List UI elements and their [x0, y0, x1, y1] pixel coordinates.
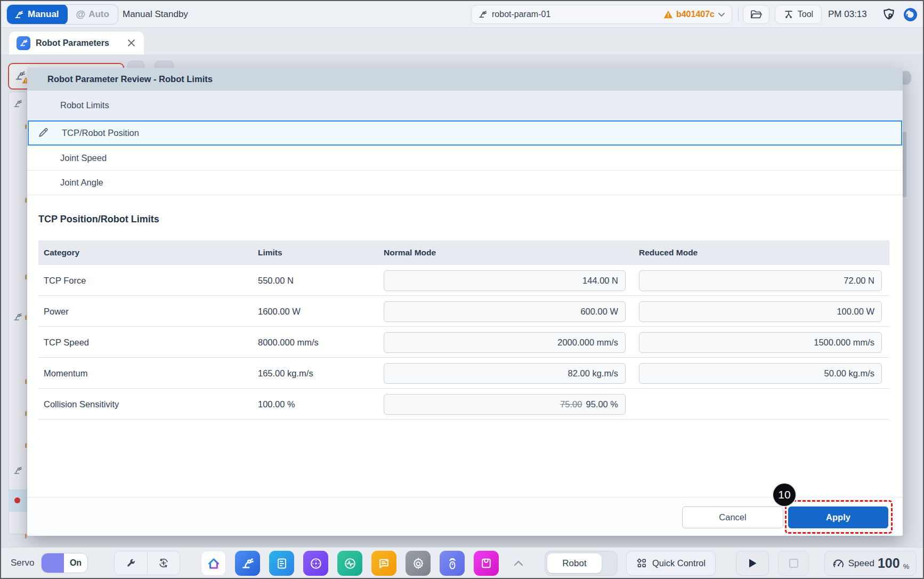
normal-mode-input[interactable]: 2000.000 mm/s	[384, 332, 626, 353]
previous-value: 75.00	[560, 399, 582, 409]
dialog-title: Robot Parameter Review - Robot Limits	[47, 74, 213, 84]
chat-log-icon	[377, 557, 391, 570]
table-row: Power 1600.00 W 600.00 W 100.00 W	[38, 296, 889, 327]
nav-item-label: Robot Limits	[60, 100, 109, 110]
row-limit: 8000.000 mm/s	[258, 327, 319, 358]
limits-table: Category Limits Normal Mode Reduced Mode…	[38, 240, 889, 420]
nav-item-tcp-robot-position[interactable]: TCP/Robot Position	[28, 120, 902, 146]
warning-icon	[663, 10, 673, 19]
top-bar: Manual @ Auto Manual Standby robot-param…	[1, 1, 923, 28]
tab-close-icon[interactable]	[126, 38, 136, 49]
robot-parameters-tab-icon	[17, 36, 30, 50]
folder-icon	[750, 10, 762, 19]
clock: PM 03:13	[828, 1, 867, 28]
app-jog-button[interactable]	[303, 551, 328, 576]
normal-mode-input[interactable]: 600.00 W	[384, 301, 626, 322]
reduced-mode-input[interactable]: 100.00 W	[639, 301, 882, 322]
task-list-icon	[275, 557, 288, 570]
row-category: TCP Force	[44, 265, 86, 296]
pencil-edit-icon	[37, 127, 49, 139]
app-window: Manual @ Auto Manual Standby robot-param…	[0, 0, 924, 579]
play-button[interactable]	[736, 551, 769, 576]
dock-expand-button[interactable]	[510, 555, 526, 571]
app-store-button[interactable]	[474, 551, 499, 576]
auto-mode-button[interactable]: @ Auto	[68, 4, 118, 25]
nav-item-joint-angle[interactable]: Joint Angle	[27, 171, 903, 195]
safety-button[interactable]	[880, 6, 897, 22]
reduced-mode-input[interactable]: 50.00 kg.m/s	[639, 363, 882, 384]
normal-mode-input[interactable]: 82.00 kg.m/s	[384, 363, 626, 384]
app-monitoring-button[interactable]	[337, 551, 362, 576]
mode-switch: Manual @ Auto	[6, 4, 118, 25]
new-value: 95.00 %	[586, 399, 618, 409]
app-robot-button[interactable]	[235, 551, 260, 576]
app-log-button[interactable]	[371, 551, 396, 576]
nav-item-label: Joint Angle	[60, 178, 103, 188]
dpad-icon	[309, 557, 323, 570]
servo-toggle-knob	[42, 553, 64, 573]
robot-toggle-label: Robot	[547, 553, 602, 573]
shopping-bag-icon	[480, 557, 493, 570]
chevron-down-icon	[718, 12, 725, 17]
tool-label: Tool	[798, 10, 813, 19]
chevron-up-icon	[514, 560, 523, 566]
setup-button[interactable]	[115, 551, 147, 575]
app-remote-button[interactable]	[440, 551, 465, 576]
remote-control-icon	[445, 557, 459, 570]
shield-user-icon	[882, 7, 896, 21]
normal-mode-input[interactable]: 144.00 N	[384, 270, 626, 291]
speed-gauge-icon	[832, 558, 845, 569]
open-file-button[interactable]	[743, 5, 769, 24]
robot-parameter-review-dialog: Robot Parameter Review - Robot Limits Ro…	[27, 68, 903, 536]
robot-status-text: Manual Standby	[123, 1, 188, 28]
row-limit: 165.00 kg.m/s	[258, 358, 313, 389]
reduced-mode-input[interactable]: 72.00 N	[639, 270, 882, 291]
servo-label: Servo	[11, 548, 34, 578]
app-home-button[interactable]	[201, 551, 226, 576]
nav-item-robot-limits[interactable]: Robot Limits	[27, 91, 903, 120]
robot-arm-icon	[478, 10, 488, 19]
speed-control[interactable]: Speed 100 %	[824, 551, 917, 576]
manual-mode-button[interactable]: Manual	[7, 4, 68, 25]
table-row: Momentum 165.00 kg.m/s 82.00 kg.m/s 50.0…	[38, 358, 889, 389]
tab-bar: Robot Parameters	[1, 28, 923, 54]
pulse-monitor-icon	[343, 557, 357, 570]
quick-control-icon	[636, 558, 647, 569]
col-normal-mode: Normal Mode	[384, 240, 436, 265]
recovery-button[interactable]	[903, 7, 918, 22]
nav-item-joint-speed[interactable]: Joint Speed	[27, 146, 903, 171]
table-row: Collision Sensitivity 100.00 % 75.00 95.…	[38, 389, 889, 420]
row-limit: 550.00 N	[258, 265, 294, 296]
table-row: TCP Force 550.00 N 144.00 N 72.00 N	[38, 265, 889, 296]
normal-mode-input[interactable]: 75.00 95.00 %	[384, 394, 626, 415]
stop-icon	[789, 559, 798, 568]
section-title: TCP Position/Robot Limits	[38, 214, 159, 225]
speed-unit: %	[903, 562, 910, 570]
annotation-step-badge: 10	[773, 484, 796, 506]
quick-control-button[interactable]: Quick Control	[626, 551, 716, 576]
wrench-icon	[125, 558, 136, 569]
topbar-divider	[738, 8, 739, 21]
tool-button[interactable]: Tool	[775, 5, 822, 24]
cancel-button[interactable]: Cancel	[682, 506, 783, 528]
move-update-button[interactable]	[147, 551, 180, 575]
row-limit: 1600.00 W	[258, 296, 301, 327]
stop-button[interactable]	[778, 551, 809, 576]
row-category: Momentum	[44, 358, 88, 389]
app-task-editor-button[interactable]	[269, 551, 294, 576]
reduced-mode-input[interactable]: 1500.000 mm/s	[639, 332, 882, 353]
program-selector[interactable]: robot-param-01 b401407c	[471, 5, 732, 24]
col-category: Category	[44, 240, 79, 265]
bottom-dock: Servo On	[1, 547, 923, 578]
alert-code-dropdown[interactable]: b401407c	[663, 10, 725, 19]
tool-icon	[783, 9, 794, 20]
quick-control-label: Quick Control	[652, 558, 706, 568]
jog-tools-group	[114, 551, 180, 575]
servo-toggle[interactable]: On	[41, 553, 88, 573]
col-reduced-mode: Reduced Mode	[639, 240, 698, 265]
robot-tool-toggle[interactable]: Robot	[545, 551, 618, 576]
recovery-spin-icon	[903, 7, 918, 22]
speed-label: Speed	[848, 558, 874, 569]
app-settings-button[interactable]	[406, 551, 431, 576]
tab-robot-parameters[interactable]: Robot Parameters	[9, 31, 144, 54]
